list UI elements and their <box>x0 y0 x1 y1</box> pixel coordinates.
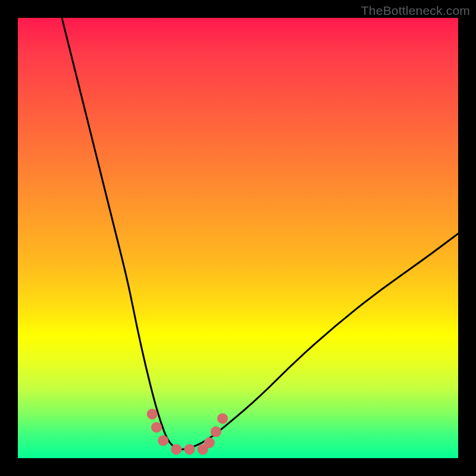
marker-dot <box>211 427 221 437</box>
bottleneck-curve <box>62 18 458 449</box>
marker-dot <box>171 444 181 455</box>
watermark-text: TheBottleneck.com <box>361 4 470 18</box>
marker-dot <box>158 435 168 446</box>
marker-dot <box>151 422 162 433</box>
marker-dot <box>147 409 158 419</box>
chart-svg <box>18 18 458 458</box>
plot-area <box>18 18 458 458</box>
marker-dot <box>217 413 228 424</box>
marker-dot <box>184 444 195 455</box>
chart-container: TheBottleneck.com <box>0 0 476 476</box>
marker-dot <box>204 437 215 448</box>
